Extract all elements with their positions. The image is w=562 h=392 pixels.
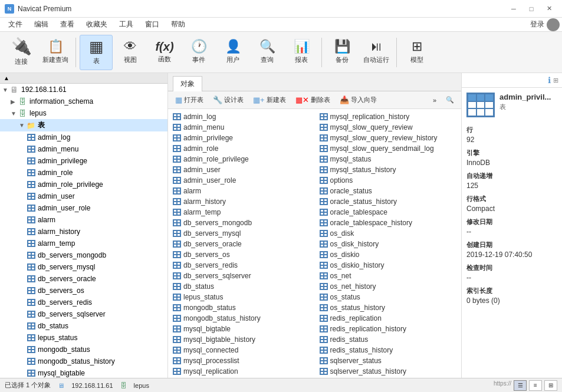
close-button[interactable]: ✕ (541, 2, 557, 15)
toolbar-new-query[interactable]: 📋 新建查询 (39, 35, 72, 70)
view-icon-btn[interactable]: ⊞ (544, 380, 557, 391)
list-item[interactable]: os_status_history (315, 302, 462, 313)
list-item[interactable]: options (315, 175, 462, 186)
list-item[interactable]: sqlserver_status_history (315, 366, 462, 377)
db-information-schema[interactable]: ▶ 🗄 information_schema (0, 95, 167, 107)
tree-table-item[interactable]: admin_user_role (0, 202, 167, 214)
view-list-btn[interactable]: ☰ (514, 380, 527, 391)
tree-table-item[interactable]: db_servers_redis (0, 297, 167, 308)
open-table-btn[interactable]: ▦ 打开表 (172, 94, 207, 106)
toolbar-model[interactable]: ⊞ 模型 (400, 35, 433, 70)
list-item[interactable]: admin_user (168, 164, 315, 175)
list-item[interactable]: oracle_status (315, 186, 462, 196)
list-item[interactable]: mysql_bigtable_history (168, 334, 315, 345)
list-item[interactable]: mysql_status_history (315, 164, 462, 175)
toolbar-user[interactable]: 👤 用户 (216, 35, 249, 70)
list-item[interactable]: os_disk_history (315, 239, 462, 249)
tree-table-item[interactable]: db_servers_sqlserver (0, 308, 167, 320)
list-item[interactable]: admin_role (168, 143, 315, 154)
list-item[interactable]: mysql_slow_query_review_history (315, 133, 462, 143)
list-item[interactable]: mysql_connected (168, 345, 315, 355)
list-item[interactable]: mysql_replication (168, 366, 315, 377)
tree-table-item[interactable]: db_servers_os (0, 285, 167, 297)
menu-tools[interactable]: 工具 (113, 18, 139, 31)
toolbar-table[interactable]: ▦ 表 (80, 35, 113, 70)
minimize-button[interactable]: ─ (505, 2, 522, 15)
collapse-arrow[interactable]: ▲ (4, 75, 9, 81)
login-button[interactable]: 登录 (530, 19, 544, 29)
list-item[interactable]: os_diskio_history (315, 260, 462, 271)
list-item[interactable]: mongodb_status (168, 302, 315, 313)
list-item[interactable]: redis_status (315, 334, 462, 345)
menu-window[interactable]: 窗口 (139, 18, 165, 31)
import-btn[interactable]: 📥 导入向导 (336, 94, 380, 106)
menu-file[interactable]: 文件 (2, 18, 28, 31)
list-item[interactable]: alarm_temp (168, 207, 315, 218)
view-detail-btn[interactable]: ≡ (529, 380, 542, 391)
toolbar-event[interactable]: 🕐 事件 (182, 35, 215, 70)
toolbar-query[interactable]: 🔍 查询 (251, 35, 284, 70)
search-obj-btn[interactable]: 🔍 (442, 95, 458, 105)
menu-help[interactable]: 帮助 (165, 18, 191, 31)
more-btn[interactable]: » (429, 95, 440, 105)
list-item[interactable]: admin_privilege (168, 133, 315, 143)
info-icon[interactable]: ℹ (548, 75, 551, 85)
list-item[interactable]: redis_replication (315, 313, 462, 324)
tree-table-item[interactable]: alarm_temp (0, 238, 167, 249)
list-item[interactable]: db_servers_mysql (168, 228, 315, 239)
tree-table-item[interactable]: db_servers_mysql (0, 261, 167, 273)
list-item[interactable]: oracle_tablespace (315, 207, 462, 218)
list-item[interactable]: lepus_status (168, 292, 315, 302)
toolbar-function[interactable]: f(x) 函数 (148, 35, 181, 70)
new-table-btn[interactable]: ▦+ 新建表 (249, 94, 290, 106)
ddl-icon[interactable]: ⊞ (553, 77, 558, 84)
list-item[interactable]: os_net_history (315, 281, 462, 292)
list-item[interactable]: mysql_slow_query_sendmail_log (315, 143, 462, 154)
list-item[interactable]: os_diskio (315, 249, 462, 260)
tree-table-item[interactable]: admin_role (0, 167, 167, 179)
list-item[interactable]: oracle_status_history (315, 196, 462, 207)
tree-table-item[interactable]: admin_menu (0, 143, 167, 155)
toolbar-report[interactable]: 📊 报表 (285, 35, 318, 70)
toolbar-connect[interactable]: 🔌 连接 (5, 35, 38, 70)
tree-table-item[interactable]: admin_log (0, 131, 167, 143)
tree-table-item[interactable]: admin_role_privilege (0, 179, 167, 190)
list-item[interactable]: redis_replication_history (315, 324, 462, 334)
tree-table-item[interactable]: alarm_history (0, 226, 167, 238)
list-item[interactable]: db_servers_sqlserver (168, 271, 315, 281)
server-node[interactable]: ▼ 🖥 192.168.11.61 (0, 84, 167, 95)
list-item[interactable]: mysql_slow_query_review (315, 122, 462, 133)
list-item[interactable]: db_servers_os (168, 249, 315, 260)
folder-table[interactable]: ▼ 📁 表 (0, 119, 167, 131)
list-item[interactable]: os_disk (315, 228, 462, 239)
list-item[interactable]: sqlserver_status (315, 355, 462, 366)
tree-table-item[interactable]: lepus_status (0, 332, 167, 344)
list-item[interactable]: db_servers_oracle (168, 239, 315, 249)
menu-view[interactable]: 查看 (54, 18, 80, 31)
tree-table-item[interactable]: db_status (0, 320, 167, 332)
list-item[interactable]: db_servers_redis (168, 260, 315, 271)
list-item[interactable]: admin_log (168, 111, 315, 122)
list-item[interactable]: os_status (315, 292, 462, 302)
list-item[interactable]: admin_user_role (168, 175, 315, 186)
list-item[interactable]: mongodb_status_history (168, 313, 315, 324)
list-item[interactable]: alarm (168, 186, 315, 196)
delete-table-btn[interactable]: ▦✕ 删除表 (292, 94, 334, 106)
db-lepus[interactable]: ▼ 🗄 lepus (0, 107, 167, 119)
menu-favorites[interactable]: 收藏夹 (80, 18, 113, 31)
tree-table-item[interactable]: db_servers_mongodb (0, 249, 167, 261)
design-table-btn[interactable]: 🔧 设计表 (209, 94, 247, 106)
list-item[interactable]: alarm_history (168, 196, 315, 207)
tree-table-item[interactable]: mysql_bigtable (0, 367, 167, 378)
list-item[interactable]: db_status (168, 281, 315, 292)
tree-table-item[interactable]: mongodb_status (0, 344, 167, 355)
tree-table-item[interactable]: admin_privilege (0, 155, 167, 167)
list-item[interactable]: mysql_status (315, 154, 462, 164)
list-item[interactable]: os_net (315, 271, 462, 281)
list-item[interactable]: mysql_processlist (168, 355, 315, 366)
toolbar-backup[interactable]: 💾 备份 (326, 35, 359, 70)
tab-objects[interactable]: 对象 (173, 76, 202, 91)
tree-table-item[interactable]: db_servers_oracle (0, 273, 167, 285)
toolbar-view[interactable]: 👁 视图 (114, 35, 147, 70)
tree-table-item[interactable]: mongodb_status_history (0, 355, 167, 367)
